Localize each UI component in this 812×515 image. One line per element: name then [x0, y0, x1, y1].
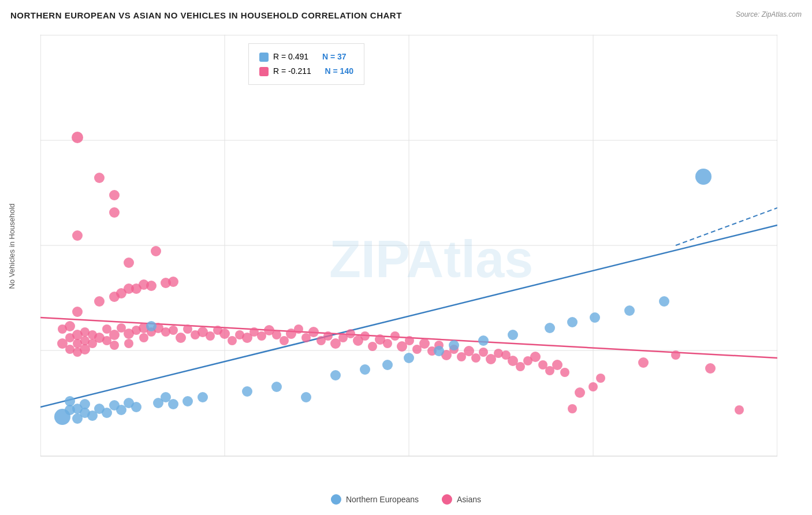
pink-dot	[588, 382, 598, 391]
pink-dot	[390, 331, 400, 341]
blue-dot	[360, 364, 370, 375]
blue-dot	[146, 321, 157, 331]
blue-dot	[102, 408, 112, 418]
blue-dot	[382, 360, 393, 370]
pink-dot	[323, 331, 333, 341]
pink-dot	[146, 281, 157, 291]
pink-dot	[464, 346, 474, 356]
pink-dot	[368, 342, 377, 351]
blue-dot	[624, 305, 635, 316]
blue-dot	[131, 402, 141, 412]
pink-dot	[206, 331, 215, 341]
pink-dot	[568, 404, 577, 413]
blue-dot	[65, 396, 75, 406]
blue-regression-dashed	[676, 208, 777, 245]
blue-dot	[80, 399, 90, 409]
pink-dot	[516, 362, 525, 371]
pink-dot	[346, 329, 355, 338]
blue-dot	[198, 392, 208, 402]
blue-dot	[508, 330, 518, 340]
pink-dot	[219, 329, 230, 339]
legend-pink-dot	[442, 494, 452, 505]
pink-dot	[109, 330, 120, 340]
pink-dot	[294, 324, 303, 334]
blue-dot	[449, 340, 459, 350]
blue-dot-outlier	[695, 169, 712, 185]
pink-dot	[94, 296, 105, 307]
pink-dot	[638, 357, 649, 368]
pink-dot	[110, 341, 119, 350]
pink-dot	[65, 321, 75, 331]
pink-dot	[124, 339, 133, 348]
pink-dot	[596, 374, 605, 383]
pink-dot	[109, 207, 120, 218]
pink-dot	[168, 277, 178, 287]
pink-dot	[705, 363, 716, 374]
blue-dot	[434, 346, 444, 356]
blue-dot	[168, 399, 178, 409]
pink-dot	[360, 331, 370, 341]
source-label: Source: ZipAtlas.com	[736, 10, 802, 18]
blue-dot	[659, 296, 669, 307]
pink-dot	[552, 360, 563, 370]
blue-dot	[545, 323, 555, 333]
pink-dot	[72, 307, 83, 317]
pink-dot	[124, 258, 134, 268]
legend-northern-europeans-label: Northern Europeans	[346, 495, 419, 504]
pink-dot	[735, 405, 744, 415]
blue-dot	[182, 396, 193, 406]
pink-dot	[176, 333, 186, 343]
chart-container: NORTHERN EUROPEAN VS ASIAN NO VEHICLES I…	[0, 0, 812, 515]
pink-dot	[383, 339, 392, 348]
pink-dot	[151, 246, 161, 256]
pink-dot	[228, 336, 237, 345]
pink-dot	[405, 336, 414, 345]
pink-dot	[471, 353, 481, 363]
bottom-legend: Northern Europeans Asians	[331, 494, 481, 505]
legend-blue: Northern Europeans	[331, 494, 419, 505]
pink-dot	[280, 336, 289, 345]
blue-dot	[330, 370, 341, 380]
pink-dot	[308, 327, 319, 337]
legend-pink: Asians	[442, 494, 481, 505]
pink-dot-high	[72, 230, 83, 241]
blue-dot	[567, 317, 578, 327]
pink-dot	[419, 338, 430, 349]
y-axis-label: No Vehicles in Household	[6, 35, 17, 457]
pink-dot	[139, 333, 148, 342]
pink-dot-high	[109, 190, 120, 200]
blue-dot	[242, 386, 252, 397]
pink-dot-high	[94, 173, 105, 183]
blue-dot	[271, 382, 282, 392]
pink-dot	[530, 352, 541, 362]
blue-dot	[301, 392, 311, 402]
pink-dot	[272, 330, 281, 339]
blue-dot	[590, 312, 600, 323]
pink-dot	[575, 387, 585, 398]
chart-title: NORTHERN EUROPEAN VS ASIAN NO VEHICLES I…	[10, 10, 402, 20]
pink-dot-outlier	[72, 132, 83, 143]
legend-asians-label: Asians	[457, 495, 481, 504]
pink-dot	[560, 368, 569, 377]
watermark: ZIPAtlas	[329, 230, 533, 288]
pink-dot	[671, 350, 680, 360]
pink-dot	[183, 324, 192, 334]
blue-dot	[478, 335, 489, 346]
legend-blue-dot	[331, 494, 341, 505]
pink-dot	[479, 348, 488, 357]
blue-dot	[404, 353, 414, 363]
pink-dot	[169, 326, 178, 335]
scatter-chart: 30.0% 22.5% 15.0% 7.5% 0.0% 100.0% ZIPAt…	[40, 35, 777, 457]
